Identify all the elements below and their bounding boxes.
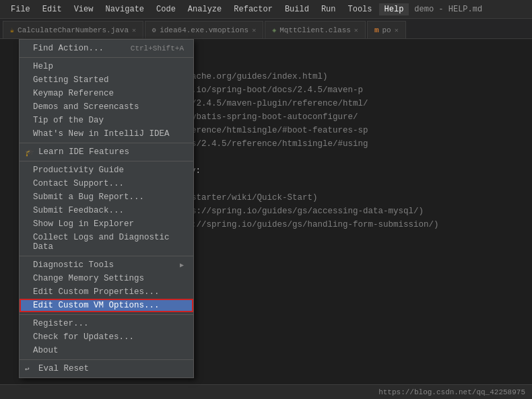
menu-check-updates[interactable]: Check for Updates... xyxy=(20,330,193,344)
tab-calculate[interactable]: ☕ CalculateCharNumbers.java ✕ xyxy=(3,21,143,38)
tab-calculate-close[interactable]: ✕ xyxy=(132,26,136,34)
menu-whats-new[interactable]: What's New in IntelliJ IDEA xyxy=(20,127,193,141)
undo-icon: ↩ xyxy=(25,365,34,373)
menu-contact-support[interactable]: Contact Support... xyxy=(20,177,193,190)
menu-file[interactable]: File xyxy=(5,3,36,15)
menu-analyze[interactable]: Analyze xyxy=(182,3,227,15)
line-url: (https://spring.io/guides/gs/accessing-d… xyxy=(166,205,424,218)
menu-tools[interactable]: Tools xyxy=(343,3,378,15)
productivity-guide-label: Productivity Guide xyxy=(33,166,184,175)
collect-logs-label: Collect Logs and Diagnostic Data xyxy=(33,233,184,252)
menu-navigate[interactable]: Navigate xyxy=(100,3,149,15)
tab-m-close[interactable]: ✕ xyxy=(395,26,399,34)
help-label: Help xyxy=(33,62,184,71)
edit-custom-props-label: Edit Custom Properties... xyxy=(33,287,184,297)
diagnostic-tools-label: Diagnostic Tools xyxy=(33,260,180,270)
tab-vmoptions-close[interactable]: ✕ xyxy=(252,26,256,34)
contact-support-label: Contact Support... xyxy=(33,179,184,188)
menu-run[interactable]: Run xyxy=(316,3,341,15)
register-label: Register... xyxy=(33,319,184,328)
class-icon: ◈ xyxy=(272,26,276,34)
menu-register[interactable]: Register... xyxy=(20,317,193,330)
tab-mqttclient-label: MqttClient.class xyxy=(279,26,351,34)
dropdown-section-6: Register... Check for Updates... About xyxy=(20,315,193,360)
dropdown-section-2: Help Getting Started Keymap Reference De… xyxy=(20,58,193,143)
menu-tip-of-day[interactable]: Tip of the Day xyxy=(20,114,193,127)
change-memory-label: Change Memory Settings xyxy=(33,274,184,283)
menu-submit-feedback[interactable]: Submit Feedback... xyxy=(20,204,193,217)
title-bar: File Edit View Navigate Code Analyze Ref… xyxy=(0,0,532,19)
menu-demos[interactable]: Demos and Screencasts xyxy=(20,100,193,114)
edit-custom-vm-label: Edit Custom VM Options... xyxy=(33,301,184,310)
tab-mqttclient[interactable]: ◈ MqttClient.class ✕ xyxy=(265,21,366,38)
tab-mqttclient-close[interactable]: ✕ xyxy=(354,26,358,34)
menu-collect-logs[interactable]: Collect Logs and Diagnostic Data xyxy=(20,231,193,254)
tab-calculate-label: CalculateCharNumbers.java xyxy=(18,26,129,34)
menu-submit-bug[interactable]: Submit a Bug Report... xyxy=(20,190,193,204)
tabs-bar: ☕ CalculateCharNumbers.java ✕ ⚙ idea64.e… xyxy=(0,19,532,39)
menu-bar: File Edit View Navigate Code Analyze Ref… xyxy=(5,3,409,15)
getting-started-label: Getting Started xyxy=(33,75,184,85)
menu-code[interactable]: Code xyxy=(151,3,181,15)
menu-view[interactable]: View xyxy=(69,3,99,15)
menu-change-memory[interactable]: Change Memory Settings xyxy=(20,272,193,285)
main-content: consider the following sections: * [Docu… xyxy=(0,39,532,399)
submit-bug-label: Submit a Bug Report... xyxy=(33,192,184,202)
menu-edit-custom-props[interactable]: Edit Custom Properties... xyxy=(20,285,193,299)
menu-build[interactable]: Build xyxy=(279,3,314,15)
status-url: https://blog.csdn.net/qq_42258975 xyxy=(378,388,525,396)
demos-label: Demos and Screencasts xyxy=(33,102,184,112)
eval-reset-label: Eval Reset xyxy=(38,364,184,373)
vm-icon: ⚙ xyxy=(152,26,156,34)
help-dropdown: Find Action... Ctrl+Shift+A Help Getting… xyxy=(19,39,194,378)
check-updates-label: Check for Updates... xyxy=(33,332,184,342)
diagnostic-arrow-icon: ▶ xyxy=(180,261,184,269)
dropdown-section-7: ↩ Eval Reset xyxy=(20,360,193,377)
dropdown-section-3: 🎓 Learn IDE Features xyxy=(20,143,193,161)
menu-refactor[interactable]: Refactor xyxy=(228,3,278,15)
keymap-ref-label: Keymap Reference xyxy=(33,89,184,98)
dropdown-section-1: Find Action... Ctrl+Shift+A xyxy=(20,40,193,58)
about-label: About xyxy=(33,346,184,355)
menu-learn-ide[interactable]: 🎓 Learn IDE Features xyxy=(20,145,193,159)
menu-eval-reset[interactable]: ↩ Eval Reset xyxy=(20,362,193,375)
line-url: (https://spring.io/guides/gs/handling-fo… xyxy=(161,218,439,231)
tip-of-day-label: Tip of the Day xyxy=(33,116,184,125)
java-icon: ☕ xyxy=(10,26,14,34)
find-action-shortcut: Ctrl+Shift+A xyxy=(131,44,184,52)
show-log-label: Show Log in Explorer xyxy=(33,219,184,229)
submit-feedback-label: Submit Feedback... xyxy=(33,206,184,215)
status-bar: https://blog.csdn.net/qq_42258975 xyxy=(0,384,532,399)
dropdown-section-5: Diagnostic Tools ▶ Change Memory Setting… xyxy=(20,256,193,315)
tab-m-label: po xyxy=(382,26,391,34)
menu-productivity-guide[interactable]: Productivity Guide xyxy=(20,164,193,177)
menu-about[interactable]: About xyxy=(20,344,193,357)
tab-vmoptions-label: idea64.exe.vmoptions xyxy=(160,26,248,34)
window-title: demo - HELP.md xyxy=(414,5,482,14)
menu-edit-custom-vm[interactable]: Edit Custom VM Options... xyxy=(20,299,193,312)
learn-ide-icon: 🎓 xyxy=(25,148,34,157)
menu-edit[interactable]: Edit xyxy=(37,3,67,15)
find-action-label: Find Action... xyxy=(33,44,131,53)
menu-show-log[interactable]: Show Log in Explorer xyxy=(20,217,193,231)
menu-find-action[interactable]: Find Action... Ctrl+Shift+A xyxy=(20,42,193,55)
dropdown-section-4: Productivity Guide Contact Support... Su… xyxy=(20,161,193,256)
menu-keymap-ref[interactable]: Keymap Reference xyxy=(20,87,193,100)
m-icon: m xyxy=(374,26,379,34)
tab-m[interactable]: m po ✕ xyxy=(367,21,406,38)
menu-getting-started[interactable]: Getting Started xyxy=(20,73,193,87)
menu-help-item[interactable]: Help xyxy=(20,60,193,73)
menu-diagnostic-tools[interactable]: Diagnostic Tools ▶ xyxy=(20,258,193,272)
learn-ide-label: Learn IDE Features xyxy=(38,147,184,157)
whats-new-label: What's New in IntelliJ IDEA xyxy=(33,129,184,139)
tab-vmoptions[interactable]: ⚙ idea64.exe.vmoptions ✕ xyxy=(145,21,263,38)
menu-help[interactable]: Help xyxy=(379,3,409,15)
